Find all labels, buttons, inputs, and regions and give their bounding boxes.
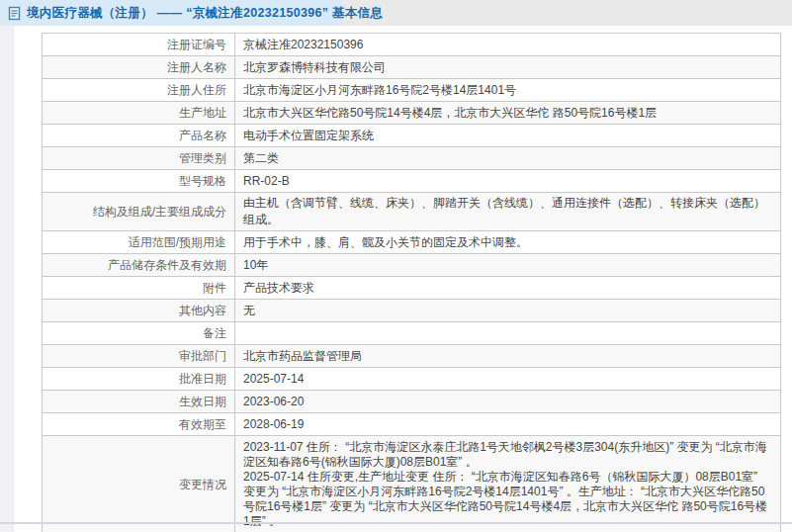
left-strip	[0, 26, 14, 532]
row-label: 备注	[43, 322, 235, 345]
header-bar: 境内医疗器械（注册） —— “京械注准20232150396” 基本信息	[0, 0, 792, 26]
row-value: 2023-11-07 住所： “北京市海淀区永泰庄北路1号天地邻枫2号楼3层30…	[235, 436, 781, 532]
table-row: 产品储存条件及有效期10年	[43, 254, 781, 277]
row-label-text: 产品储存条件及有效期	[108, 258, 226, 272]
table-row: 备注	[43, 322, 781, 345]
row-label: 审批部门	[43, 345, 235, 368]
row-value: 北京市海淀区小月河东畔路16号院2号楼14层1401号	[235, 79, 781, 102]
registration-info-table: 注册证编号京械注准20232150396注册人名称北京罗森博特科技有限公司注册人…	[42, 33, 781, 532]
row-value: 无	[235, 300, 781, 322]
table-row: 型号规格RR-02-B	[43, 170, 781, 193]
row-label-text: 其他内容	[179, 304, 226, 317]
row-label: 有效期至	[43, 413, 235, 436]
table-row: 管理类别第二类	[43, 147, 781, 170]
row-label: 变更情况	[43, 436, 235, 532]
row-value: 北京市大兴区华佗路50号院14号楼4层，北京市大兴区华佗 路50号院16号楼1层	[235, 102, 781, 125]
row-label-text: 注册人住所	[167, 83, 226, 97]
row-label-text: 生产地址	[179, 106, 226, 120]
table-row: 批准日期2025-07-14	[43, 368, 781, 391]
row-value: 电动手术位置固定架系统	[235, 125, 781, 147]
row-label: 附件	[43, 277, 235, 300]
row-value: 由主机（含调节臂、线缆、床夹）、脚踏开关（含线缆）、通用连接件（选配）、转接床夹…	[235, 193, 781, 231]
table-row: 结构及组成/主要组成成分由主机（含调节臂、线缆、床夹）、脚踏开关（含线缆）、通用…	[43, 193, 781, 231]
row-value: 北京罗森博特科技有限公司	[235, 56, 781, 79]
row-value: 京械注准20232150396	[235, 34, 781, 56]
row-label: 其他内容	[43, 300, 235, 322]
row-label: 批准日期	[43, 368, 235, 391]
row-label-text: 适用范围/预期用途	[129, 235, 226, 249]
row-value: 10年	[235, 254, 781, 277]
row-label-text: 附件	[203, 281, 226, 295]
row-label: 生效日期	[43, 391, 235, 413]
row-value: 2028-06-19	[235, 413, 781, 436]
row-value: 2025-07-14	[235, 368, 781, 391]
row-label-text: 有效期至	[179, 417, 226, 431]
row-label: 结构及组成/主要组成成分	[43, 193, 235, 231]
table-row: 产品名称电动手术位置固定架系统	[43, 125, 781, 147]
change-entry: 2025-07-14 住所变更,生产地址变更 住所： “北京市海淀区知春路6号（…	[243, 470, 772, 529]
table-row: 注册人住所北京市海淀区小月河东畔路16号院2号楼14层1401号	[43, 79, 781, 102]
row-label: 注册人名称	[43, 56, 235, 79]
row-label-text: 型号规格	[179, 174, 226, 188]
row-label: 生产地址	[43, 102, 235, 125]
row-label-text: 注册人名称	[167, 60, 226, 74]
table-row: 其他内容无	[43, 300, 781, 322]
row-label: 管理类别	[43, 147, 235, 170]
table-row: 附件产品技术要求	[43, 277, 781, 300]
row-value	[235, 322, 781, 345]
table-row: 变更情况2023-11-07 住所： “北京市海淀区永泰庄北路1号天地邻枫2号楼…	[43, 436, 781, 532]
row-label-text: 注册证编号	[167, 38, 226, 51]
row-value: 产品技术要求	[235, 277, 781, 300]
table-row: 注册人名称北京罗森博特科技有限公司	[43, 56, 781, 79]
table-row: 适用范围/预期用途用于手术中，膝、肩、髋及小关节的固定及术中调整。	[43, 231, 781, 254]
row-label-text: 批准日期	[179, 372, 226, 386]
table-row: 有效期至2028-06-19	[43, 413, 781, 436]
change-entry: 2023-11-07 住所： “北京市海淀区永泰庄北路1号天地邻枫2号楼3层30…	[243, 440, 772, 470]
table-row: 生产地址北京市大兴区华佗路50号院14号楼4层，北京市大兴区华佗 路50号院16…	[43, 102, 781, 125]
row-label-text: 审批部门	[179, 349, 226, 363]
row-label: 型号规格	[43, 170, 235, 193]
row-value: 用于手术中，膝、肩、髋及小关节的固定及术中调整。	[235, 231, 781, 254]
row-label-text: 备注	[203, 326, 226, 340]
row-value: 2023-06-20	[235, 391, 781, 413]
table-row: 注册证编号京械注准20232150396	[43, 34, 781, 56]
table-row: 生效日期2023-06-20	[43, 391, 781, 413]
row-value: RR-02-B	[235, 170, 781, 193]
bottom-divider	[0, 522, 792, 524]
row-label-text: 变更情况	[179, 478, 226, 491]
document-icon	[8, 6, 21, 21]
row-label-text: 产品名称	[179, 129, 226, 142]
page-title: 境内医疗器械（注册） —— “京械注准20232150396” 基本信息	[27, 5, 383, 22]
row-label: 适用范围/预期用途	[43, 231, 235, 254]
row-label: 注册证编号	[43, 34, 235, 56]
row-value: 第二类	[235, 147, 781, 170]
row-label: 注册人住所	[43, 79, 235, 102]
table-row: 审批部门北京市药品监督管理局	[43, 345, 781, 368]
row-label-text: 结构及组成/主要组成成分	[93, 205, 226, 219]
row-label-text: 管理类别	[179, 151, 226, 165]
row-label: 产品名称	[43, 125, 235, 147]
row-value: 北京市药品监督管理局	[235, 345, 781, 368]
row-label: 产品储存条件及有效期	[43, 254, 235, 277]
row-label-text: 生效日期	[179, 395, 226, 408]
header-tab: 境内医疗器械（注册） —— “京械注准20232150396” 基本信息	[0, 0, 342, 26]
